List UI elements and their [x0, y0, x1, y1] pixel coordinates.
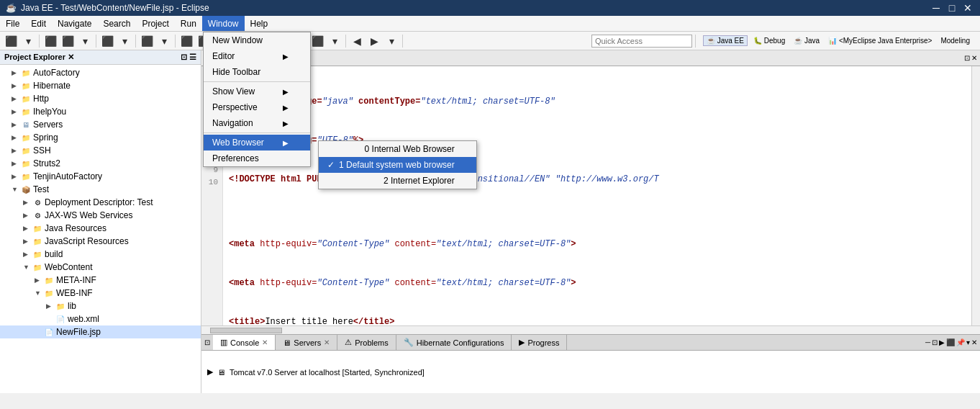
- toolbar-btn-21[interactable]: ▾: [384, 33, 399, 49]
- menu-web-browser[interactable]: Web Browser ▶: [204, 135, 310, 150]
- toolbar-btn-7[interactable]: ▾: [117, 33, 132, 49]
- toolbar-btn-19[interactable]: ◀: [349, 33, 365, 49]
- tree-item-build[interactable]: ▶ 📁 build: [0, 248, 201, 261]
- tree-item-autofactory[interactable]: ▶ 📁 AutoFactory: [0, 66, 201, 79]
- toolbar-btn-5[interactable]: ▾: [77, 33, 93, 49]
- toolbar-btn-10[interactable]: ⬛: [178, 33, 194, 49]
- tab-close-console[interactable]: ✕: [262, 338, 268, 346]
- menu-help[interactable]: Help: [245, 16, 274, 31]
- menu-new-window[interactable]: New Window: [204, 32, 310, 48]
- tab-hibernate-config[interactable]: 🔧 Hibernate Configurations: [396, 335, 512, 350]
- tree-arrow-java-resources: ▶: [23, 225, 32, 232]
- browser-internal[interactable]: 0 Internal Web Browser: [319, 141, 476, 157]
- horizontal-scrollbar[interactable]: [201, 325, 980, 334]
- close-panel-btn[interactable]: ✕: [971, 338, 977, 346]
- toolbar-btn-18[interactable]: ▾: [327, 33, 342, 49]
- perspective-java[interactable]: ☕ Java: [791, 36, 822, 45]
- editor-maximize-btn[interactable]: ⊡: [964, 54, 970, 62]
- tab-label-hibernate-config: Hibernate Configurations: [417, 338, 504, 347]
- toolbar-btn-9[interactable]: ▾: [156, 33, 172, 49]
- folder-icon-tenjin: 📁: [20, 171, 32, 182]
- menu-preferences[interactable]: Preferences: [204, 150, 310, 166]
- close-button[interactable]: ✕: [961, 2, 974, 14]
- main-layout: Project Explorer ✕ ⊡ ☰ ▶ 📁 AutoFactory ▶…: [0, 50, 980, 393]
- toolbar-btn-8[interactable]: ⬛: [139, 33, 155, 49]
- tree-arrow-servers: ▶: [12, 121, 20, 128]
- bottom-panel-expand[interactable]: ⊡: [204, 338, 210, 346]
- bottom-tabs: ⊡ ▥ Console ✕ 🖥 Servers ✕ ⚠ Problems: [201, 335, 980, 351]
- tree-item-servers[interactable]: ▶ 🖥 Servers: [0, 118, 201, 131]
- tree-item-webcontent[interactable]: ▼ 📁 WebContent: [0, 261, 201, 274]
- menu-hide-toolbar[interactable]: Hide Toolbar: [204, 64, 310, 80]
- tree-item-jaxws[interactable]: ▶ ⚙ JAX-WS Web Services: [0, 209, 201, 222]
- tree-arrow-ihelpyou: ▶: [12, 108, 20, 115]
- tree-item-newfile[interactable]: 📄 NewFile.jsp: [0, 325, 201, 338]
- tree-item-test[interactable]: ▼ 📦 Test: [0, 183, 201, 196]
- tree-item-spring[interactable]: ▶ 📁 Spring: [0, 131, 201, 144]
- toolbar-btn-1[interactable]: ⬛: [3, 33, 19, 49]
- editor-label: Editor: [212, 51, 235, 61]
- editor-scrollbar[interactable]: [971, 66, 980, 325]
- toolbar-btn-2[interactable]: ▾: [20, 33, 36, 49]
- browser-default[interactable]: 1 Default system web browser: [319, 157, 476, 173]
- tree-arrow-spring: ▶: [12, 134, 20, 141]
- code-line-1: <%@ page language="java" contentType="te…: [229, 95, 966, 108]
- perspective-debug[interactable]: 🐛 Debug: [750, 36, 788, 45]
- pin-btn[interactable]: 📌: [956, 338, 965, 346]
- browser-ie[interactable]: 2 Internet Explorer: [319, 173, 476, 189]
- menu-perspective[interactable]: Perspective ▶: [204, 99, 310, 115]
- tree-item-deployment[interactable]: ▶ ⚙ Deployment Descriptor: Test: [0, 196, 201, 209]
- run-btn[interactable]: ▶: [939, 338, 945, 346]
- more-btn[interactable]: ▾: [966, 338, 970, 346]
- menu-file[interactable]: File: [0, 16, 25, 31]
- menu-navigation[interactable]: Navigation ▶: [204, 115, 310, 131]
- tree-item-js-resources[interactable]: ▶ 📁 JavaScript Resources: [0, 235, 201, 248]
- menu-run[interactable]: Run: [175, 16, 202, 31]
- quick-access-input[interactable]: [591, 35, 692, 48]
- menu-editor[interactable]: Editor ▶: [204, 48, 310, 64]
- menu-search[interactable]: Search: [97, 16, 136, 31]
- menu-edit[interactable]: Edit: [25, 16, 52, 31]
- menu-show-view[interactable]: Show View ▶: [204, 84, 310, 99]
- tree-item-http[interactable]: ▶ 📁 Http: [0, 92, 201, 105]
- menu-window[interactable]: Window: [202, 16, 245, 31]
- toolbar-btn-20[interactable]: ▶: [366, 33, 382, 49]
- perspective-java-ee[interactable]: ☕ Java EE: [703, 35, 748, 46]
- tab-servers[interactable]: 🖥 Servers ✕: [276, 335, 337, 350]
- maximize-button[interactable]: □: [945, 2, 958, 14]
- bottom-panel-maximize[interactable]: ⊡: [932, 338, 938, 346]
- tree-item-ihelpyou[interactable]: ▶ 📁 IhelpYou: [0, 105, 201, 118]
- tab-close-servers[interactable]: ✕: [324, 338, 330, 346]
- tab-console[interactable]: ▥ Console ✕: [213, 335, 276, 350]
- tree-item-hibernate[interactable]: ▶ 📁 Hibernate: [0, 79, 201, 92]
- tree-item-webxml[interactable]: 📄 web.xml: [0, 313, 201, 325]
- editor-close-btn[interactable]: ✕: [971, 54, 977, 62]
- tree-label-deployment: Deployment Descriptor: Test: [45, 197, 153, 207]
- tree-item-java-resources[interactable]: ▶ 📁 Java Resources: [0, 222, 201, 235]
- code-content[interactable]: <%@ page language="java" contentType="te…: [223, 66, 971, 325]
- tree-item-ssh[interactable]: ▶ 📁 SSH: [0, 144, 201, 157]
- toolbar-btn-6[interactable]: ⬛: [99, 33, 115, 49]
- tab-problems[interactable]: ⚠ Problems: [337, 335, 396, 350]
- tree-item-lib[interactable]: ▶ 📁 lib: [0, 300, 201, 313]
- toolbar-btn-3[interactable]: ⬛: [42, 33, 58, 49]
- tree-item-struts2[interactable]: ▶ 📁 Struts2: [0, 157, 201, 170]
- code-editor[interactable]: 1 2 3 4 5 6 7 8 9 10 <%@ page language="…: [201, 66, 980, 325]
- project-icon-test: 📦: [20, 184, 32, 195]
- tree-item-tenjin[interactable]: ▶ 📁 TenjinAutoFactory: [0, 170, 201, 183]
- minimize-button[interactable]: ─: [930, 2, 943, 14]
- stop-btn[interactable]: ⬛: [946, 338, 955, 346]
- tree-item-webinf[interactable]: ▼ 📁 WEB-INF: [0, 287, 201, 300]
- perspective-myeclipse[interactable]: 📊 <MyEclipse Java Enterprise>: [825, 36, 935, 45]
- tab-progress[interactable]: ▶ Progress: [512, 335, 567, 350]
- toolbar-btn-17[interactable]: ⬛: [309, 33, 325, 49]
- menu-project[interactable]: Project: [136, 16, 174, 31]
- bottom-panel-minimize[interactable]: ─: [925, 338, 930, 346]
- folder-icon-autofactory: 📁: [20, 67, 32, 78]
- tree-item-metainf[interactable]: ▶ 📁 META-INF: [0, 274, 201, 287]
- menu-navigate[interactable]: Navigate: [52, 16, 97, 31]
- perspective-label: Perspective: [212, 102, 258, 112]
- toolbar-btn-4[interactable]: ⬛: [60, 33, 76, 49]
- h-scrollbar-thumb[interactable]: [210, 328, 282, 333]
- perspective-modeling[interactable]: Modeling: [938, 36, 973, 45]
